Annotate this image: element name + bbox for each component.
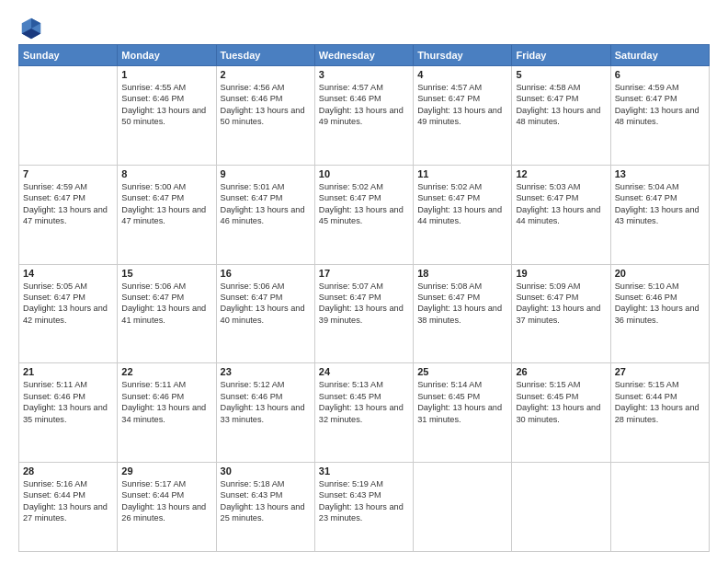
day-number: 31 — [319, 465, 409, 477]
day-cell: 30Sunrise: 5:18 AMSunset: 6:43 PMDayligh… — [216, 463, 314, 552]
day-info: Sunrise: 5:11 AMSunset: 6:46 PMDaylight:… — [121, 379, 211, 425]
day-number: 5 — [516, 69, 606, 80]
day-info: Sunrise: 5:14 AMSunset: 6:45 PMDaylight:… — [417, 379, 507, 425]
day-number: 14 — [23, 268, 113, 279]
calendar-table: SundayMondayTuesdayWednesdayThursdayFrid… — [18, 44, 710, 552]
day-number: 12 — [516, 168, 606, 179]
day-cell: 5Sunrise: 4:58 AMSunset: 6:47 PMDaylight… — [512, 66, 610, 166]
day-info: Sunrise: 5:08 AMSunset: 6:47 PMDaylight:… — [417, 281, 507, 327]
column-header-tuesday: Tuesday — [216, 45, 314, 66]
day-cell: 26Sunrise: 5:15 AMSunset: 6:45 PMDayligh… — [512, 363, 610, 463]
day-info: Sunrise: 5:11 AMSunset: 6:46 PMDaylight:… — [23, 379, 113, 425]
day-cell: 21Sunrise: 5:11 AMSunset: 6:46 PMDayligh… — [19, 363, 118, 463]
day-info: Sunrise: 5:06 AMSunset: 6:47 PMDaylight:… — [221, 281, 311, 327]
day-number: 9 — [221, 168, 311, 179]
day-cell: 25Sunrise: 5:14 AMSunset: 6:45 PMDayligh… — [414, 363, 512, 463]
day-cell — [19, 66, 118, 166]
day-info: Sunrise: 5:17 AMSunset: 6:44 PMDaylight:… — [121, 478, 211, 524]
day-number: 25 — [417, 366, 507, 377]
day-cell: 1Sunrise: 4:55 AMSunset: 6:46 PMDaylight… — [118, 66, 216, 166]
day-number: 26 — [516, 366, 606, 377]
day-cell: 14Sunrise: 5:05 AMSunset: 6:47 PMDayligh… — [19, 264, 118, 363]
day-number: 7 — [23, 168, 113, 179]
day-number: 4 — [417, 69, 507, 80]
day-cell: 3Sunrise: 4:57 AMSunset: 6:46 PMDaylight… — [314, 66, 413, 166]
day-cell: 2Sunrise: 4:56 AMSunset: 6:46 PMDaylight… — [216, 66, 314, 166]
day-cell: 27Sunrise: 5:15 AMSunset: 6:44 PMDayligh… — [610, 363, 709, 463]
day-cell: 11Sunrise: 5:02 AMSunset: 6:47 PMDayligh… — [414, 165, 512, 264]
day-number: 23 — [221, 366, 311, 377]
day-cell: 28Sunrise: 5:16 AMSunset: 6:44 PMDayligh… — [19, 463, 118, 552]
day-info: Sunrise: 5:15 AMSunset: 6:44 PMDaylight:… — [615, 379, 705, 425]
week-row-2: 7Sunrise: 4:59 AMSunset: 6:47 PMDaylight… — [19, 165, 710, 264]
day-cell: 15Sunrise: 5:06 AMSunset: 6:47 PMDayligh… — [118, 264, 216, 363]
day-cell — [512, 463, 610, 552]
day-cell: 12Sunrise: 5:03 AMSunset: 6:47 PMDayligh… — [512, 165, 610, 264]
day-cell: 24Sunrise: 5:13 AMSunset: 6:45 PMDayligh… — [314, 363, 413, 463]
day-info: Sunrise: 5:10 AMSunset: 6:46 PMDaylight:… — [615, 281, 705, 327]
day-info: Sunrise: 4:55 AMSunset: 6:46 PMDaylight:… — [121, 82, 211, 128]
week-row-4: 21Sunrise: 5:11 AMSunset: 6:46 PMDayligh… — [19, 363, 710, 463]
day-number: 22 — [121, 366, 211, 377]
day-info: Sunrise: 4:59 AMSunset: 6:47 PMDaylight:… — [23, 181, 113, 227]
day-number: 11 — [417, 168, 507, 179]
day-number: 20 — [615, 268, 705, 279]
day-info: Sunrise: 5:05 AMSunset: 6:47 PMDaylight:… — [23, 281, 113, 327]
day-info: Sunrise: 4:57 AMSunset: 6:47 PMDaylight:… — [417, 82, 507, 128]
day-cell: 22Sunrise: 5:11 AMSunset: 6:46 PMDayligh… — [118, 363, 216, 463]
day-info: Sunrise: 5:00 AMSunset: 6:47 PMDaylight:… — [121, 181, 211, 227]
day-number: 24 — [319, 366, 409, 377]
day-number: 13 — [615, 168, 705, 179]
page: SundayMondayTuesdayWednesdayThursdayFrid… — [0, 0, 728, 563]
day-info: Sunrise: 5:19 AMSunset: 6:43 PMDaylight:… — [319, 478, 409, 524]
day-cell: 19Sunrise: 5:09 AMSunset: 6:47 PMDayligh… — [512, 264, 610, 363]
day-info: Sunrise: 5:02 AMSunset: 6:47 PMDaylight:… — [417, 181, 507, 227]
day-info: Sunrise: 5:18 AMSunset: 6:43 PMDaylight:… — [221, 478, 311, 524]
day-info: Sunrise: 5:01 AMSunset: 6:47 PMDaylight:… — [221, 181, 311, 227]
day-info: Sunrise: 5:16 AMSunset: 6:44 PMDaylight:… — [23, 478, 113, 524]
day-info: Sunrise: 4:56 AMSunset: 6:46 PMDaylight:… — [221, 82, 311, 128]
day-info: Sunrise: 4:59 AMSunset: 6:47 PMDaylight:… — [615, 82, 705, 128]
day-cell: 20Sunrise: 5:10 AMSunset: 6:46 PMDayligh… — [610, 264, 709, 363]
day-info: Sunrise: 5:13 AMSunset: 6:45 PMDaylight:… — [319, 379, 409, 425]
day-info: Sunrise: 5:12 AMSunset: 6:46 PMDaylight:… — [221, 379, 311, 425]
day-number: 17 — [319, 268, 409, 279]
column-header-saturday: Saturday — [610, 45, 709, 66]
day-cell: 4Sunrise: 4:57 AMSunset: 6:47 PMDaylight… — [414, 66, 512, 166]
day-cell: 8Sunrise: 5:00 AMSunset: 6:47 PMDaylight… — [118, 165, 216, 264]
day-number: 29 — [121, 465, 211, 477]
column-header-sunday: Sunday — [19, 45, 118, 66]
day-number: 10 — [319, 168, 409, 179]
day-info: Sunrise: 5:15 AMSunset: 6:45 PMDaylight:… — [516, 379, 606, 425]
day-cell: 31Sunrise: 5:19 AMSunset: 6:43 PMDayligh… — [314, 463, 413, 552]
day-info: Sunrise: 5:03 AMSunset: 6:47 PMDaylight:… — [516, 181, 606, 227]
day-number: 16 — [221, 268, 311, 279]
day-number: 3 — [319, 69, 409, 80]
logo — [18, 15, 48, 40]
day-cell: 9Sunrise: 5:01 AMSunset: 6:47 PMDaylight… — [216, 165, 314, 264]
day-number: 19 — [516, 268, 606, 279]
day-info: Sunrise: 5:09 AMSunset: 6:47 PMDaylight:… — [516, 281, 606, 327]
column-header-monday: Monday — [118, 45, 216, 66]
week-row-3: 14Sunrise: 5:05 AMSunset: 6:47 PMDayligh… — [19, 264, 710, 363]
day-cell: 23Sunrise: 5:12 AMSunset: 6:46 PMDayligh… — [216, 363, 314, 463]
day-number: 2 — [221, 69, 311, 80]
day-cell — [610, 463, 709, 552]
column-header-wednesday: Wednesday — [314, 45, 413, 66]
day-number: 1 — [121, 69, 211, 80]
day-info: Sunrise: 5:06 AMSunset: 6:47 PMDaylight:… — [121, 281, 211, 327]
day-info: Sunrise: 5:04 AMSunset: 6:47 PMDaylight:… — [615, 181, 705, 227]
day-info: Sunrise: 4:57 AMSunset: 6:46 PMDaylight:… — [319, 82, 409, 128]
day-number: 28 — [23, 465, 113, 477]
day-cell: 6Sunrise: 4:59 AMSunset: 6:47 PMDaylight… — [610, 66, 709, 166]
week-row-5: 28Sunrise: 5:16 AMSunset: 6:44 PMDayligh… — [19, 463, 710, 552]
day-number: 8 — [121, 168, 211, 179]
day-number: 15 — [121, 268, 211, 279]
day-number: 27 — [615, 366, 705, 377]
day-info: Sunrise: 4:58 AMSunset: 6:47 PMDaylight:… — [516, 82, 606, 128]
column-header-thursday: Thursday — [414, 45, 512, 66]
day-number: 18 — [417, 268, 507, 279]
day-number: 30 — [221, 465, 311, 477]
day-info: Sunrise: 5:02 AMSunset: 6:47 PMDaylight:… — [319, 181, 409, 227]
week-row-1: 1Sunrise: 4:55 AMSunset: 6:46 PMDaylight… — [19, 66, 710, 166]
